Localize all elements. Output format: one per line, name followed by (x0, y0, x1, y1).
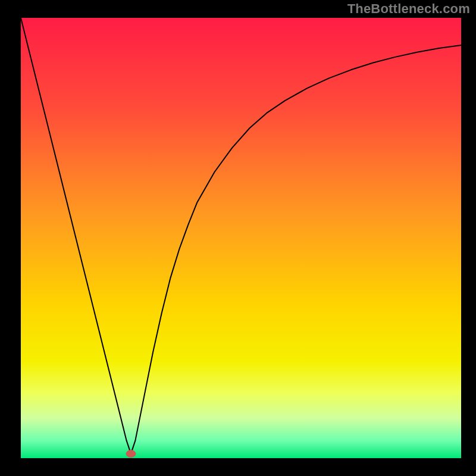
watermark-text: TheBottleneck.com (347, 1, 470, 17)
gradient-rect (21, 18, 461, 458)
chart-svg (21, 18, 461, 458)
chart-frame: TheBottleneck.com (0, 0, 476, 476)
plot-area (21, 18, 461, 458)
minimum-marker (126, 450, 136, 458)
